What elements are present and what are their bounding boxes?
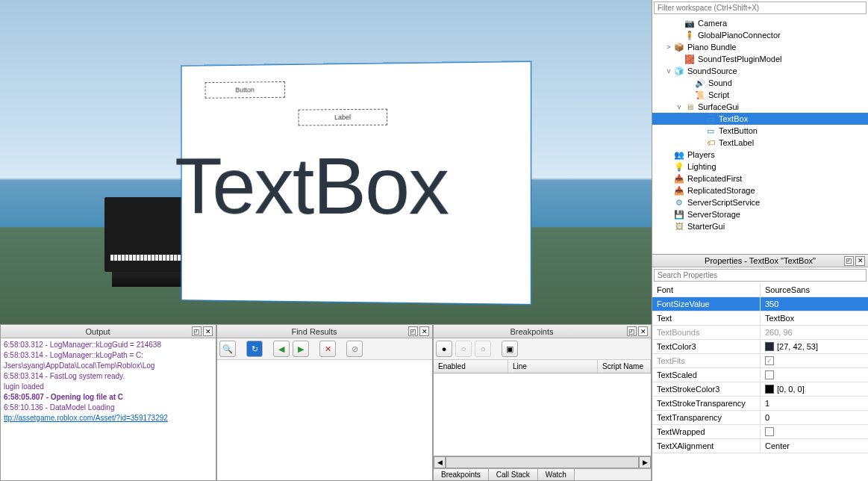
bp-disable-icon[interactable]: ○ [455, 341, 472, 357]
stop-icon[interactable]: ⊘ [346, 341, 363, 357]
property-row[interactable]: TextStrokeColor3[0, 0, 0] [652, 382, 868, 397]
tree-item[interactable]: 🧱SoundTestPluginModel [652, 53, 868, 65]
tree-item[interactable]: 📥ReplicatedStorage [652, 184, 868, 196]
property-row[interactable]: TextFits [652, 354, 868, 368]
property-row[interactable]: TextXAlignmentCenter [652, 439, 868, 453]
viewport-3d[interactable]: Button Label TextBox [0, 0, 652, 324]
property-row[interactable]: TextTextBox [652, 311, 868, 326]
tree-item-icon: 📥 [673, 185, 685, 196]
tree-item[interactable]: 💡Lighting [652, 161, 868, 173]
gui-label[interactable]: Label [299, 109, 387, 126]
property-row[interactable]: TextColor3[27, 42, 53] [652, 340, 868, 354]
tree-item[interactable]: ▭TextBox [652, 113, 868, 125]
dock-icon[interactable]: ◰ [192, 326, 202, 336]
tab-watch[interactable]: Watch [538, 469, 575, 480]
bp-scrollbar[interactable]: ◀ ▶ [434, 456, 651, 468]
tree-item[interactable]: 🖼StarterGui [652, 220, 868, 232]
surface-gui-billboard[interactable]: Button Label TextBox [181, 61, 531, 305]
breakpoints-header[interactable]: Breakpoints ◰ ✕ [434, 325, 651, 338]
tree-item[interactable]: 📜Script [652, 89, 868, 101]
checkbox[interactable] [765, 427, 774, 436]
property-value[interactable]: [0, 0, 0] [761, 382, 868, 396]
property-value[interactable]: 350 [761, 297, 868, 311]
tree-item[interactable]: 💾ServerStorage [652, 208, 868, 220]
property-value[interactable]: [27, 42, 53] [761, 340, 868, 353]
tree-item[interactable]: ▭TextButton [652, 125, 868, 137]
tree-item[interactable]: v🖥SurfaceGui [652, 101, 868, 113]
find-panel-header[interactable]: Find Results ◰ ✕ [217, 325, 432, 338]
bp-body[interactable] [434, 373, 651, 448]
chevron-icon[interactable]: v [664, 67, 673, 75]
prev-icon[interactable]: ◀ [273, 341, 290, 357]
bp-toolbar: ● ○ ○ ▣ [434, 338, 651, 360]
property-row[interactable]: TextWrapped [652, 425, 868, 439]
close-icon[interactable]: ✕ [855, 256, 865, 266]
find-body[interactable] [217, 360, 432, 480]
property-row[interactable]: TextStrokeTransparency1 [652, 397, 868, 411]
property-value[interactable] [761, 354, 868, 367]
property-row[interactable]: TextScaled [652, 368, 868, 382]
tree-item-label: StarterGui [687, 222, 725, 231]
close-icon[interactable]: ✕ [638, 326, 648, 336]
tree-item[interactable]: v🧊SoundSource [652, 65, 868, 77]
tree-item[interactable]: 🔊Sound [652, 77, 868, 89]
properties-title[interactable]: Properties - TextBox "TextBox" ◰ ✕ [652, 255, 868, 267]
dock-icon[interactable]: ◰ [844, 256, 854, 266]
checkbox[interactable] [765, 356, 774, 365]
checkbox[interactable] [765, 370, 774, 379]
tree-item[interactable]: >📦Piano Bundle [652, 41, 868, 53]
tree-item-label: ReplicatedStorage [687, 186, 755, 195]
property-value[interactable] [761, 368, 868, 382]
tree-item-icon: 📦 [673, 42, 685, 52]
delete-icon[interactable]: ✕ [319, 341, 336, 357]
tab-callstack[interactable]: Call Stack [489, 469, 538, 480]
bp-del-icon[interactable]: ○ [475, 341, 491, 357]
tree-item[interactable]: 🧍GlobalPianoConnector [652, 29, 868, 41]
property-row[interactable]: FontSizeValue350 [652, 297, 868, 311]
properties-table[interactable]: FontSourceSansFontSizeValue350TextTextBo… [652, 283, 868, 481]
property-row[interactable]: TextTransparency0 [652, 411, 868, 425]
bp-goto-icon[interactable]: ▣ [502, 341, 518, 357]
dock-icon[interactable]: ◰ [408, 326, 418, 336]
col-line[interactable]: Line [508, 360, 598, 373]
tree-item[interactable]: 📷Camera [652, 17, 868, 29]
property-value[interactable]: SourceSans [761, 283, 868, 297]
dock-icon[interactable]: ◰ [627, 326, 637, 336]
output-body[interactable]: 6:58:03.312 - LogManager::kLogGuid = 214… [1, 338, 216, 480]
property-value[interactable]: 260, 96 [761, 326, 868, 339]
col-script[interactable]: Script Name [598, 360, 651, 373]
property-value[interactable]: TextBox [761, 311, 868, 325]
tab-breakpoints[interactable]: Breakpoints [434, 469, 489, 480]
gui-textbox[interactable]: TextBox [175, 138, 593, 234]
property-value[interactable]: 0 [761, 411, 868, 424]
col-enabled[interactable]: Enabled [434, 360, 508, 373]
property-row[interactable]: FontSourceSans [652, 283, 868, 297]
output-panel-header[interactable]: Output ◰ ✕ [1, 325, 216, 338]
property-row[interactable]: TextBounds260, 96 [652, 326, 868, 340]
search-icon[interactable]: 🔍 [219, 341, 236, 357]
close-icon[interactable]: ✕ [203, 326, 213, 336]
property-value[interactable]: 1 [761, 397, 868, 410]
scroll-right-icon[interactable]: ▶ [639, 456, 651, 468]
tree-item[interactable]: 🏷TextLabel [652, 137, 868, 149]
next-icon[interactable]: ▶ [293, 341, 309, 357]
explorer-search-input[interactable] [654, 1, 867, 14]
tree-item[interactable]: 👥Players [652, 149, 868, 161]
chevron-icon[interactable]: v [675, 103, 684, 111]
property-value[interactable] [761, 425, 868, 438]
gui-button[interactable]: Button [205, 81, 285, 99]
close-icon[interactable]: ✕ [419, 326, 429, 336]
tree-item[interactable]: 📥ReplicatedFirst [652, 173, 868, 184]
property-name: Font [652, 283, 761, 297]
log-line: ttp://assetgame.roblox.com/Asset/?id=359… [4, 413, 213, 423]
sync-icon[interactable]: ↻ [246, 341, 263, 357]
properties-search-input[interactable] [654, 269, 867, 282]
tree-item[interactable]: ⚙ServerScriptService [652, 196, 868, 208]
scroll-left-icon[interactable]: ◀ [434, 456, 446, 468]
tree-item-label: ReplicatedFirst [687, 174, 742, 183]
bp-new-icon[interactable]: ● [436, 341, 452, 357]
tree-item-label: Lighting [687, 162, 716, 171]
explorer-tree[interactable]: 📷Camera🧍GlobalPianoConnector>📦Piano Bund… [652, 16, 868, 254]
property-value[interactable]: Center [761, 439, 868, 453]
chevron-icon[interactable]: > [664, 43, 673, 51]
